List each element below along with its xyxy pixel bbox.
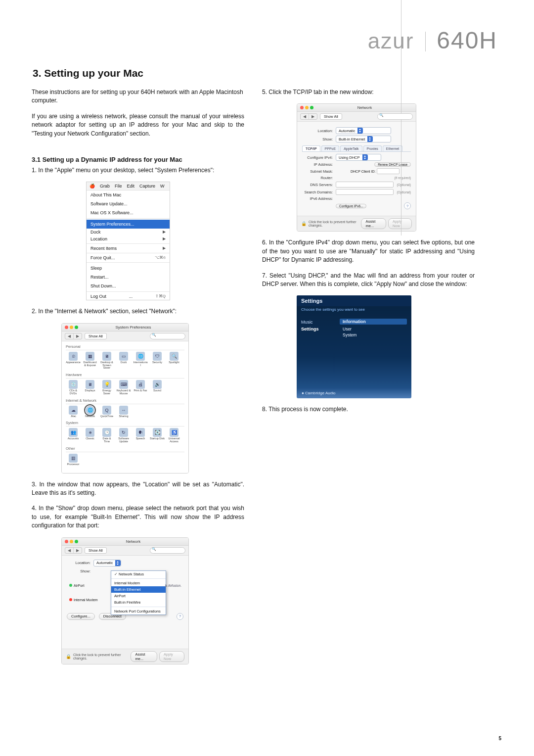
device-panel-item[interactable]: User xyxy=(340,326,407,332)
dhcp-client-id-label: DHCP Client ID: xyxy=(351,170,375,173)
configure-button[interactable]: Configure... xyxy=(67,613,95,620)
kbd-shortcut: ⇧⌘Q xyxy=(155,294,166,299)
zoom-icon[interactable] xyxy=(310,106,313,109)
prefs-item[interactable]: 🖨Print & Fax xyxy=(133,380,148,395)
prefs-item[interactable]: 🛡Security xyxy=(150,352,165,370)
nav-buttons[interactable]: ◀▶ xyxy=(65,333,82,339)
minimize-icon[interactable] xyxy=(305,106,309,109)
location-select[interactable]: Automatic xyxy=(336,127,391,134)
close-icon[interactable] xyxy=(300,106,304,109)
prefs-item[interactable]: 🌐Network xyxy=(83,406,97,418)
minimize-icon[interactable] xyxy=(70,326,73,329)
prefs-item-icon: ↔ xyxy=(119,406,128,415)
dhcp-client-id-input[interactable] xyxy=(377,168,400,174)
menu-item: Shut Down... xyxy=(87,282,170,290)
tab-ethernet[interactable]: Ethernet xyxy=(383,145,402,151)
dropdown-item-selected[interactable]: Built-in Ethernet xyxy=(111,586,166,593)
menu-item-selected[interactable]: System Preferences... xyxy=(87,220,170,229)
tab-tcpip[interactable]: TCP/IP xyxy=(302,145,320,151)
close-icon[interactable] xyxy=(65,326,68,329)
tab-proxies[interactable]: Proxies xyxy=(363,145,382,151)
nav-buttons[interactable]: ◀▶ xyxy=(65,547,82,554)
location-select[interactable]: Automatic xyxy=(93,560,121,567)
nav-buttons[interactable]: ◀▶ xyxy=(300,113,317,120)
lock-icon[interactable]: 🔒 xyxy=(66,654,71,659)
tab-appletalk[interactable]: AppleTalk xyxy=(340,145,362,151)
prefs-item[interactable]: ▦Dashboard & Exposé xyxy=(83,352,97,370)
configure-ipv4-select[interactable]: Using DHCP xyxy=(336,154,381,161)
prefs-item[interactable]: 🕒Date & Time xyxy=(99,428,114,443)
help-icon[interactable]: ? xyxy=(177,613,183,620)
device-nav-music[interactable]: Music xyxy=(301,319,336,326)
assist-button[interactable]: Assist me... xyxy=(361,218,386,229)
minimize-icon[interactable] xyxy=(70,540,73,543)
dropdown-item[interactable]: Network Status xyxy=(111,571,166,577)
prefs-item-icon: ☁ xyxy=(69,406,78,415)
dropdown-item[interactable]: AirPort xyxy=(111,593,166,599)
fig-device-settings: Settings Choose the settings you want to… xyxy=(297,295,411,398)
show-all-button[interactable]: Show All xyxy=(85,547,107,554)
chevron-right-icon: ▶ xyxy=(163,230,166,235)
show-all-button[interactable]: Show All xyxy=(85,333,107,339)
configure-ipv6-button[interactable]: Configure IPv6... xyxy=(336,204,366,208)
device-panel-item[interactable]: System xyxy=(340,332,407,338)
intro-para-2: If you are using a wireless network, ple… xyxy=(32,112,244,138)
search-domains-input[interactable] xyxy=(336,189,394,195)
prefs-item[interactable]: ▥Processor xyxy=(66,454,81,466)
prefs-item[interactable]: ↻Software Update xyxy=(116,428,131,443)
prefs-item-label: Startup Disk xyxy=(150,437,165,440)
prefs-item[interactable]: 💡Energy Saver xyxy=(99,380,114,395)
dropdown-item[interactable]: Built-in FireWire xyxy=(111,599,166,606)
prefs-item-label: Accounts xyxy=(66,437,81,440)
prefs-item[interactable]: 💽Startup Disk xyxy=(150,428,165,443)
fig-network-tcpip: Network ◀▶ Show All Location: Automatic … xyxy=(297,103,416,232)
zoom-icon[interactable] xyxy=(75,540,78,543)
brand-model: 640H xyxy=(437,27,497,53)
zoom-icon[interactable] xyxy=(75,326,78,329)
prefs-item[interactable]: ▭Dock xyxy=(116,352,131,370)
show-select[interactable]: Built-in Ethernet xyxy=(336,136,391,142)
prefs-item-label: CDs & DVDs xyxy=(66,389,81,395)
prefs-item[interactable]: ♿Universal Access xyxy=(167,428,181,443)
prefs-item[interactable]: 💿CDs & DVDs xyxy=(66,380,81,395)
prefs-item[interactable]: 🔊Sound xyxy=(150,380,165,395)
status-dot-green xyxy=(69,584,72,587)
assist-button[interactable]: Assist me... xyxy=(131,651,157,662)
dns-servers-label: DNS Servers: xyxy=(302,183,333,187)
dns-servers-input[interactable] xyxy=(336,182,394,188)
device-nav-settings[interactable]: Settings xyxy=(301,326,336,332)
close-icon[interactable] xyxy=(65,540,68,543)
prefs-item[interactable]: 🖥Displays xyxy=(83,380,97,395)
dropdown-item[interactable]: Network Port Configurations xyxy=(111,608,166,614)
help-icon[interactable]: ? xyxy=(404,202,411,209)
menu-item: Restart... xyxy=(87,273,170,282)
prefs-item[interactable]: ☁.Mac xyxy=(66,406,81,418)
side-item-modem: Internal Modem xyxy=(68,597,105,603)
search-input[interactable] xyxy=(150,333,185,339)
device-panel-header: Information xyxy=(340,319,407,325)
prefs-item-icon: 💿 xyxy=(69,380,78,389)
show-dropdown[interactable]: Network Status Internal Modem Built-in E… xyxy=(111,570,166,615)
search-input[interactable] xyxy=(150,547,185,554)
show-all-button[interactable]: Show All xyxy=(320,113,342,120)
dropdown-item[interactable]: Internal Modem xyxy=(111,580,166,586)
prefs-item[interactable]: ⎚Appearance xyxy=(66,352,81,370)
renew-dhcp-button[interactable]: Renew DHCP Lease xyxy=(374,162,411,167)
chevron-right-icon: ▶ xyxy=(163,246,166,251)
prefs-item[interactable]: ↔Sharing xyxy=(116,406,131,418)
prefs-item[interactable]: 🌐International xyxy=(133,352,148,370)
brand-sep xyxy=(425,32,426,51)
prefs-item[interactable]: QQuickTime xyxy=(99,406,114,418)
prefs-item[interactable]: ⎈Classic xyxy=(83,428,97,443)
prefs-item-label: Sound xyxy=(150,389,165,392)
prefs-item[interactable]: 🗣Speech xyxy=(133,428,148,443)
prefs-item[interactable]: 🖥Desktop & Screen Saver xyxy=(99,352,114,370)
lock-icon[interactable]: 🔒 xyxy=(301,221,307,226)
window-titlebar: Network xyxy=(62,538,188,546)
tab-pppoe[interactable]: PPPoE xyxy=(321,145,340,151)
prefs-item[interactable]: ⌨Keyboard & Mouse xyxy=(116,380,131,395)
prefs-item[interactable]: 🔍Spotlight xyxy=(167,352,181,370)
prefs-item-label: Date & Time xyxy=(99,437,114,443)
search-input[interactable] xyxy=(377,113,413,120)
prefs-item[interactable]: 👥Accounts xyxy=(66,428,81,443)
